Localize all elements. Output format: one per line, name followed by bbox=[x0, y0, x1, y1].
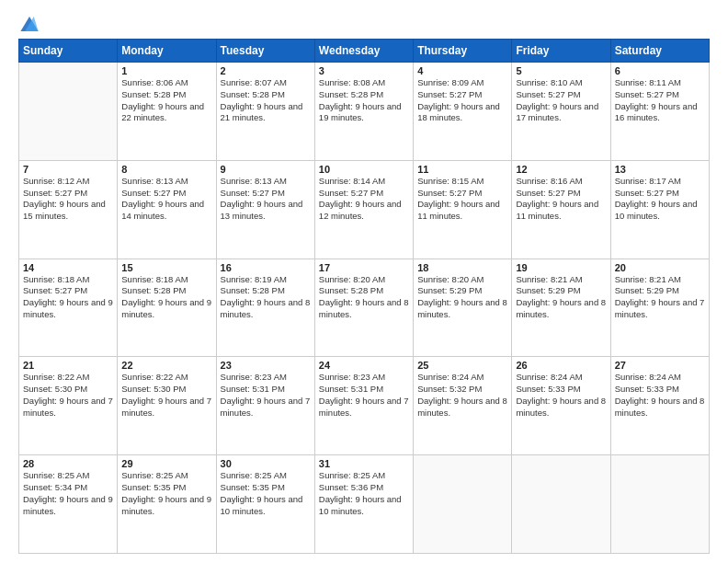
calendar-cell: 6Sunrise: 8:11 AMSunset: 5:27 PMDaylight… bbox=[610, 63, 709, 161]
calendar-cell: 19Sunrise: 8:21 AMSunset: 5:29 PMDayligh… bbox=[512, 259, 610, 357]
daylight-text: Daylight: 9 hours and 9 minutes. bbox=[121, 494, 211, 518]
daylight-text: Daylight: 9 hours and 19 minutes. bbox=[319, 101, 409, 125]
sunrise-text: Sunrise: 8:23 AM bbox=[221, 372, 311, 384]
calendar-cell: 14Sunrise: 8:18 AMSunset: 5:27 PMDayligh… bbox=[19, 259, 118, 357]
day-number: 12 bbox=[516, 164, 606, 175]
day-number: 31 bbox=[319, 458, 409, 469]
daylight-text: Daylight: 9 hours and 7 minutes. bbox=[121, 396, 211, 419]
daylight-text: Daylight: 9 hours and 10 minutes. bbox=[221, 494, 311, 518]
sunset-text: Sunset: 5:31 PM bbox=[221, 384, 311, 396]
day-number: 2 bbox=[221, 65, 311, 76]
day-number: 26 bbox=[516, 360, 606, 371]
sunset-text: Sunset: 5:29 PM bbox=[615, 285, 705, 297]
daylight-text: Daylight: 9 hours and 11 minutes. bbox=[516, 199, 606, 223]
day-number: 28 bbox=[23, 458, 113, 469]
calendar-header-row: SundayMondayTuesdayWednesdayThursdayFrid… bbox=[19, 40, 710, 63]
daylight-text: Daylight: 9 hours and 7 minutes. bbox=[319, 396, 409, 419]
sunset-text: Sunset: 5:27 PM bbox=[516, 89, 606, 101]
day-header-wednesday: Wednesday bbox=[314, 40, 413, 63]
sunrise-text: Sunrise: 8:06 AM bbox=[121, 77, 211, 89]
daylight-text: Daylight: 9 hours and 18 minutes. bbox=[417, 101, 507, 125]
calendar-week-4: 28Sunrise: 8:25 AMSunset: 5:34 PMDayligh… bbox=[19, 455, 710, 554]
calendar-cell: 15Sunrise: 8:18 AMSunset: 5:28 PMDayligh… bbox=[118, 259, 216, 357]
calendar-body: 1Sunrise: 8:06 AMSunset: 5:28 PMDaylight… bbox=[19, 63, 710, 554]
calendar-cell: 20Sunrise: 8:21 AMSunset: 5:29 PMDayligh… bbox=[610, 259, 709, 357]
daylight-text: Daylight: 9 hours and 9 minutes. bbox=[23, 494, 113, 518]
calendar-cell: 2Sunrise: 8:07 AMSunset: 5:28 PMDaylight… bbox=[216, 63, 314, 161]
calendar-cell: 4Sunrise: 8:09 AMSunset: 5:27 PMDaylight… bbox=[414, 63, 512, 161]
sunset-text: Sunset: 5:28 PM bbox=[121, 89, 211, 101]
day-number: 30 bbox=[221, 458, 311, 469]
sunrise-text: Sunrise: 8:24 AM bbox=[417, 372, 507, 384]
sunset-text: Sunset: 5:32 PM bbox=[417, 384, 507, 396]
sunset-text: Sunset: 5:27 PM bbox=[615, 89, 705, 101]
calendar-cell: 8Sunrise: 8:13 AMSunset: 5:27 PMDaylight… bbox=[118, 160, 216, 259]
sunset-text: Sunset: 5:29 PM bbox=[417, 285, 507, 297]
calendar-cell: 21Sunrise: 8:22 AMSunset: 5:30 PMDayligh… bbox=[19, 357, 118, 455]
sunset-text: Sunset: 5:27 PM bbox=[417, 89, 507, 101]
logo-icon bbox=[20, 17, 39, 31]
day-number: 22 bbox=[121, 360, 211, 371]
sunrise-text: Sunrise: 8:18 AM bbox=[121, 274, 211, 286]
daylight-text: Daylight: 9 hours and 10 minutes. bbox=[615, 199, 705, 223]
calendar-cell: 11Sunrise: 8:15 AMSunset: 5:27 PMDayligh… bbox=[414, 160, 512, 259]
sunrise-text: Sunrise: 8:22 AM bbox=[121, 372, 211, 384]
sunrise-text: Sunrise: 8:16 AM bbox=[516, 176, 606, 188]
logo bbox=[18, 17, 39, 31]
day-number: 25 bbox=[417, 360, 507, 371]
day-header-friday: Friday bbox=[512, 40, 610, 63]
daylight-text: Daylight: 9 hours and 13 minutes. bbox=[221, 199, 311, 223]
calendar-cell: 3Sunrise: 8:08 AMSunset: 5:28 PMDaylight… bbox=[314, 63, 413, 161]
day-number: 23 bbox=[221, 360, 311, 371]
sunrise-text: Sunrise: 8:25 AM bbox=[221, 470, 311, 482]
daylight-text: Daylight: 9 hours and 10 minutes. bbox=[319, 494, 409, 518]
day-header-thursday: Thursday bbox=[414, 40, 512, 63]
sunset-text: Sunset: 5:35 PM bbox=[121, 482, 211, 494]
sunset-text: Sunset: 5:30 PM bbox=[23, 384, 113, 396]
sunset-text: Sunset: 5:27 PM bbox=[23, 285, 113, 297]
calendar-cell: 25Sunrise: 8:24 AMSunset: 5:32 PMDayligh… bbox=[414, 357, 512, 455]
sunrise-text: Sunrise: 8:15 AM bbox=[417, 176, 507, 188]
daylight-text: Daylight: 9 hours and 9 minutes. bbox=[23, 297, 113, 321]
calendar-cell: 12Sunrise: 8:16 AMSunset: 5:27 PMDayligh… bbox=[512, 160, 610, 259]
sunrise-text: Sunrise: 8:24 AM bbox=[516, 372, 606, 384]
sunset-text: Sunset: 5:31 PM bbox=[319, 384, 409, 396]
calendar-cell: 28Sunrise: 8:25 AMSunset: 5:34 PMDayligh… bbox=[19, 455, 118, 554]
sunrise-text: Sunrise: 8:21 AM bbox=[516, 274, 606, 286]
daylight-text: Daylight: 9 hours and 15 minutes. bbox=[23, 199, 113, 223]
day-number: 11 bbox=[417, 164, 507, 175]
calendar-table: SundayMondayTuesdayWednesdayThursdayFrid… bbox=[18, 39, 710, 554]
sunrise-text: Sunrise: 8:22 AM bbox=[23, 372, 113, 384]
daylight-text: Daylight: 9 hours and 8 minutes. bbox=[221, 297, 311, 321]
day-number: 5 bbox=[516, 65, 606, 76]
day-number: 21 bbox=[23, 360, 113, 371]
daylight-text: Daylight: 9 hours and 21 minutes. bbox=[221, 101, 311, 125]
sunset-text: Sunset: 5:27 PM bbox=[516, 188, 606, 200]
day-header-tuesday: Tuesday bbox=[216, 40, 314, 63]
sunrise-text: Sunrise: 8:10 AM bbox=[516, 77, 606, 89]
daylight-text: Daylight: 9 hours and 8 minutes. bbox=[615, 396, 705, 419]
calendar-week-1: 7Sunrise: 8:12 AMSunset: 5:27 PMDaylight… bbox=[19, 160, 710, 259]
day-number: 7 bbox=[23, 164, 113, 175]
sunset-text: Sunset: 5:28 PM bbox=[221, 89, 311, 101]
sunset-text: Sunset: 5:27 PM bbox=[615, 188, 705, 200]
calendar-cell: 1Sunrise: 8:06 AMSunset: 5:28 PMDaylight… bbox=[118, 63, 216, 161]
calendar-cell: 18Sunrise: 8:20 AMSunset: 5:29 PMDayligh… bbox=[414, 259, 512, 357]
day-number: 10 bbox=[319, 164, 409, 175]
day-number: 19 bbox=[516, 262, 606, 273]
header bbox=[18, 17, 710, 31]
sunset-text: Sunset: 5:33 PM bbox=[516, 384, 606, 396]
day-number: 16 bbox=[221, 262, 311, 273]
sunrise-text: Sunrise: 8:24 AM bbox=[615, 372, 705, 384]
day-number: 8 bbox=[121, 164, 211, 175]
sunrise-text: Sunrise: 8:23 AM bbox=[319, 372, 409, 384]
calendar-cell bbox=[19, 63, 118, 161]
sunrise-text: Sunrise: 8:18 AM bbox=[23, 274, 113, 286]
day-number: 4 bbox=[417, 65, 507, 76]
day-number: 1 bbox=[121, 65, 211, 76]
sunset-text: Sunset: 5:36 PM bbox=[319, 482, 409, 494]
calendar-cell bbox=[512, 455, 610, 554]
sunset-text: Sunset: 5:27 PM bbox=[417, 188, 507, 200]
calendar-week-0: 1Sunrise: 8:06 AMSunset: 5:28 PMDaylight… bbox=[19, 63, 710, 161]
sunrise-text: Sunrise: 8:21 AM bbox=[615, 274, 705, 286]
